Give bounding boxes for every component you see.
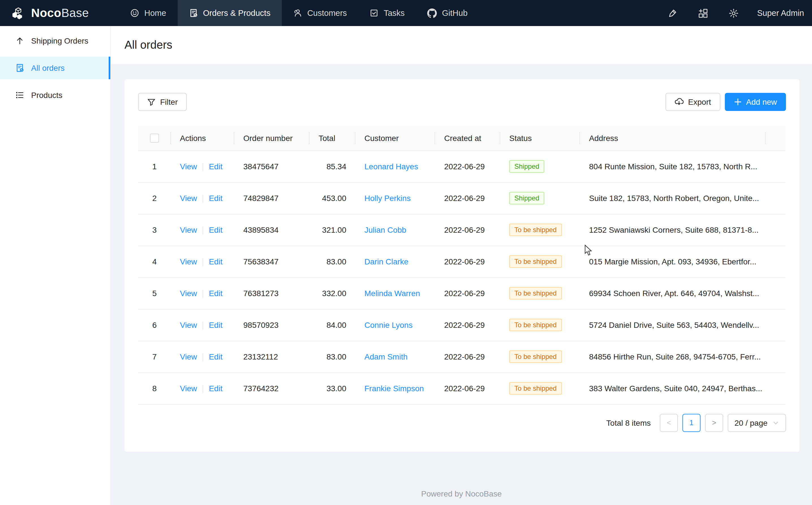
status-badge: Shipped bbox=[509, 192, 544, 204]
edit-link[interactable]: Edit bbox=[209, 225, 222, 234]
order-number-cell: 43895834 bbox=[234, 214, 309, 246]
tab-tasks[interactable]: Tasks bbox=[358, 0, 416, 26]
status-cell: To be shipped bbox=[500, 341, 580, 372]
tab-customers-label: Customers bbox=[307, 8, 347, 18]
select-all-checkbox[interactable] bbox=[150, 134, 159, 143]
add-new-button[interactable]: Add new bbox=[725, 93, 786, 111]
sidebar-item-shipping-orders[interactable]: Shipping Orders bbox=[0, 29, 110, 52]
pagination-next-button[interactable]: > bbox=[705, 413, 723, 432]
tab-home-label: Home bbox=[144, 8, 166, 18]
order-number-cell: 23132112 bbox=[234, 341, 309, 372]
customer-cell: Connie Lyons bbox=[355, 309, 435, 341]
edit-link[interactable]: Edit bbox=[209, 384, 222, 393]
chevron-right-icon: > bbox=[712, 418, 716, 427]
edit-link[interactable]: Edit bbox=[209, 162, 222, 171]
column-header-total: Total bbox=[309, 126, 355, 151]
customer-link[interactable]: Frankie Simpson bbox=[364, 384, 424, 393]
tab-github[interactable]: GitHub bbox=[416, 0, 479, 26]
ui-editor-pen-icon[interactable] bbox=[665, 6, 680, 20]
total-cell: 83.00 bbox=[309, 341, 355, 372]
customers-person-icon bbox=[293, 8, 302, 18]
column-header-spacer bbox=[766, 126, 785, 151]
plugin-blocks-icon[interactable] bbox=[696, 6, 711, 20]
view-link[interactable]: View bbox=[180, 384, 197, 393]
address-cell: 015 Margie Mission, Apt. 093, 34936, Ebe… bbox=[580, 246, 766, 278]
filter-funnel-icon bbox=[147, 98, 156, 106]
select-all-header-cell bbox=[138, 126, 171, 151]
edit-link[interactable]: Edit bbox=[209, 352, 222, 361]
customer-link[interactable]: Adam Smith bbox=[364, 352, 408, 361]
view-link[interactable]: View bbox=[180, 289, 197, 298]
customer-cell: Darin Clarke bbox=[355, 246, 435, 278]
add-new-button-label: Add new bbox=[746, 94, 777, 111]
pagination-prev-button[interactable]: < bbox=[660, 413, 678, 432]
page-title: All orders bbox=[124, 38, 172, 51]
sidebar-item-all-orders[interactable]: All orders bbox=[0, 57, 110, 79]
total-cell: 453.00 bbox=[309, 182, 355, 214]
table-row: 1ViewEdit3847564785.34Leonard Hayes2022-… bbox=[138, 151, 785, 182]
tab-orders-products[interactable]: Orders & Products bbox=[178, 0, 282, 26]
status-badge: To be shipped bbox=[509, 350, 562, 363]
address-cell: 383 Walter Gardens, Suite 040, 24947, Be… bbox=[580, 372, 766, 404]
status-badge: To be shipped bbox=[509, 382, 562, 394]
view-link[interactable]: View bbox=[180, 225, 197, 234]
filter-button[interactable]: Filter bbox=[138, 93, 187, 111]
total-cell: 83.00 bbox=[309, 246, 355, 278]
action-divider bbox=[203, 353, 203, 361]
edit-link[interactable]: Edit bbox=[209, 194, 222, 203]
edit-link[interactable]: Edit bbox=[209, 289, 222, 298]
table-row: 8ViewEdit7376423233.00Frankie Simpson202… bbox=[138, 372, 785, 404]
total-cell: 84.00 bbox=[309, 309, 355, 341]
customer-link[interactable]: Julian Cobb bbox=[364, 225, 406, 234]
total-cell: 332.00 bbox=[309, 278, 355, 309]
view-link[interactable]: View bbox=[180, 257, 197, 266]
sidebar-item-label: All orders bbox=[31, 63, 64, 72]
brand[interactable]: NocoBase bbox=[0, 0, 119, 26]
view-link[interactable]: View bbox=[180, 194, 197, 203]
list-icon bbox=[15, 91, 24, 100]
created-at-cell: 2022-06-29 bbox=[435, 341, 500, 372]
export-button[interactable]: Export bbox=[665, 93, 720, 111]
view-link[interactable]: View bbox=[180, 352, 197, 361]
order-number-cell: 73764232 bbox=[234, 372, 309, 404]
view-link[interactable]: View bbox=[180, 162, 197, 171]
sidebar-item-label: Shipping Orders bbox=[31, 36, 88, 45]
app-screen: NocoBase Home Orders & Products Customer… bbox=[0, 0, 812, 505]
tab-home[interactable]: Home bbox=[119, 0, 178, 26]
user-menu[interactable]: Super Admin bbox=[757, 8, 804, 18]
action-divider bbox=[203, 385, 203, 393]
sidebar-item-label: Products bbox=[31, 91, 62, 100]
view-link[interactable]: View bbox=[180, 320, 197, 330]
row-actions-cell: ViewEdit bbox=[171, 246, 234, 278]
sidebar-item-products[interactable]: Products bbox=[0, 84, 110, 107]
pagination-page-1[interactable]: 1 bbox=[683, 413, 701, 432]
customer-cell: Frankie Simpson bbox=[355, 372, 435, 404]
total-cell: 85.34 bbox=[309, 151, 355, 182]
customer-link[interactable]: Holly Perkins bbox=[364, 194, 411, 203]
main-nav-tabs: Home Orders & Products Customers Tasks G… bbox=[119, 0, 479, 26]
spacer-cell bbox=[766, 372, 785, 404]
address-cell: 1252 Swaniawski Corners, Suite 688, 8137… bbox=[580, 214, 766, 246]
customer-link[interactable]: Darin Clarke bbox=[364, 257, 409, 266]
status-cell: Shipped bbox=[500, 182, 580, 214]
status-badge: To be shipped bbox=[509, 224, 562, 236]
tab-customers[interactable]: Customers bbox=[282, 0, 358, 26]
customer-cell: Julian Cobb bbox=[355, 214, 435, 246]
column-header-actions: Actions bbox=[171, 126, 234, 151]
customer-link[interactable]: Leonard Hayes bbox=[364, 162, 418, 171]
edit-link[interactable]: Edit bbox=[209, 257, 222, 266]
page-size-select[interactable]: 20 / page bbox=[728, 413, 786, 432]
created-at-cell: 2022-06-29 bbox=[435, 309, 500, 341]
edit-link[interactable]: Edit bbox=[209, 320, 222, 330]
order-document-icon bbox=[189, 8, 198, 18]
sidebar: Shipping Orders All orders Products bbox=[0, 26, 111, 505]
action-divider bbox=[203, 195, 203, 203]
spacer-cell bbox=[766, 341, 785, 372]
column-header-customer: Customer bbox=[355, 126, 435, 151]
table-row: 3ViewEdit43895834321.00Julian Cobb2022-0… bbox=[138, 214, 785, 246]
task-checkbox-icon bbox=[369, 8, 378, 18]
settings-gear-icon[interactable] bbox=[727, 6, 741, 20]
status-cell: To be shipped bbox=[500, 246, 580, 278]
customer-link[interactable]: Connie Lyons bbox=[364, 320, 413, 330]
customer-link[interactable]: Melinda Warren bbox=[364, 289, 420, 298]
